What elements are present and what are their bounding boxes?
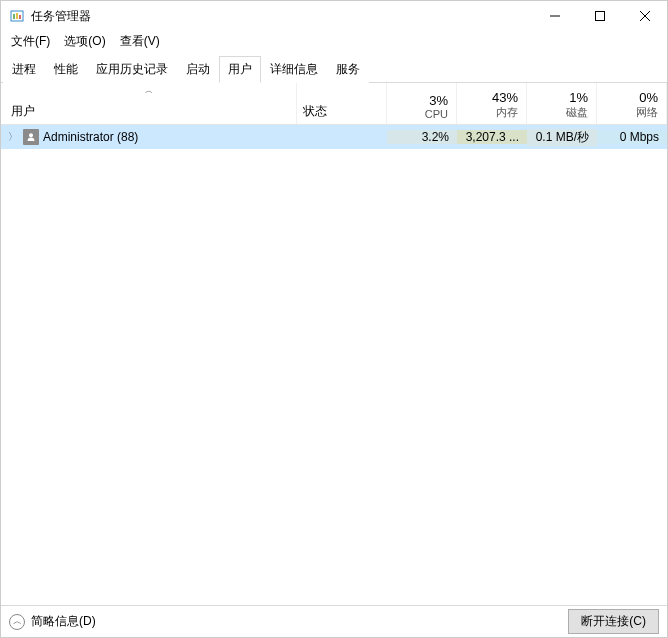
fewer-details-label: 简略信息(D)	[31, 613, 96, 630]
column-header-disk[interactable]: 1% 磁盘	[527, 83, 597, 124]
cell-memory: 3,207.3 ...	[457, 130, 527, 144]
tab-startup[interactable]: 启动	[177, 56, 219, 83]
column-header-cpu[interactable]: 3% CPU	[387, 83, 457, 124]
content-area: ︿ 用户 状态 3% CPU 43% 内存 1% 磁盘 0% 网络 〉	[1, 83, 667, 605]
column-header-user[interactable]: ︿ 用户	[1, 83, 297, 124]
titlebar: 任务管理器	[1, 1, 667, 31]
maximize-button[interactable]	[577, 1, 622, 31]
column-user-label: 用户	[11, 103, 290, 120]
sort-caret-icon: ︿	[145, 85, 153, 96]
menu-file[interactable]: 文件(F)	[5, 31, 56, 52]
net-label: 网络	[636, 105, 658, 120]
window-title: 任务管理器	[31, 8, 532, 25]
footer: ︿ 简略信息(D) 断开连接(C)	[1, 605, 667, 637]
tab-users[interactable]: 用户	[219, 56, 261, 83]
expand-caret-icon[interactable]: 〉	[7, 130, 19, 144]
tab-details[interactable]: 详细信息	[261, 56, 327, 83]
user-name: Administrator (88)	[43, 130, 138, 144]
app-icon	[9, 8, 25, 24]
disk-pct: 1%	[569, 90, 588, 105]
close-button[interactable]	[622, 1, 667, 31]
svg-rect-2	[16, 13, 18, 19]
table-row[interactable]: 〉 Administrator (88) 3.2% 3,207.3 ... 0.…	[1, 125, 667, 149]
table-body: 〉 Administrator (88) 3.2% 3,207.3 ... 0.…	[1, 125, 667, 605]
cpu-pct: 3%	[429, 93, 448, 108]
column-header-network[interactable]: 0% 网络	[597, 83, 667, 124]
tab-performance[interactable]: 性能	[45, 56, 87, 83]
net-pct: 0%	[639, 90, 658, 105]
cpu-label: CPU	[425, 108, 448, 120]
cell-user: 〉 Administrator (88)	[1, 129, 297, 145]
mem-label: 内存	[496, 105, 518, 120]
window-controls	[532, 1, 667, 31]
svg-point-8	[29, 133, 33, 137]
menubar: 文件(F) 选项(O) 查看(V)	[1, 31, 667, 51]
disconnect-button[interactable]: 断开连接(C)	[568, 609, 659, 634]
table-header: ︿ 用户 状态 3% CPU 43% 内存 1% 磁盘 0% 网络	[1, 83, 667, 125]
svg-rect-3	[19, 15, 21, 19]
column-header-status[interactable]: 状态	[297, 83, 387, 124]
minimize-button[interactable]	[532, 1, 577, 31]
fewer-details-toggle[interactable]: ︿ 简略信息(D)	[9, 613, 96, 630]
tab-processes[interactable]: 进程	[3, 56, 45, 83]
user-icon	[23, 129, 39, 145]
svg-rect-5	[595, 12, 604, 21]
column-header-memory[interactable]: 43% 内存	[457, 83, 527, 124]
cell-network: 0 Mbps	[597, 130, 667, 144]
cell-disk: 0.1 MB/秒	[527, 129, 597, 146]
menu-options[interactable]: 选项(O)	[58, 31, 111, 52]
disk-label: 磁盘	[566, 105, 588, 120]
tab-services[interactable]: 服务	[327, 56, 369, 83]
cell-cpu: 3.2%	[387, 130, 457, 144]
mem-pct: 43%	[492, 90, 518, 105]
column-status-label: 状态	[303, 103, 327, 120]
tab-app-history[interactable]: 应用历史记录	[87, 56, 177, 83]
svg-rect-1	[13, 14, 15, 19]
tabstrip: 进程 性能 应用历史记录 启动 用户 详细信息 服务	[1, 55, 667, 83]
chevron-up-icon: ︿	[9, 614, 25, 630]
menu-view[interactable]: 查看(V)	[114, 31, 166, 52]
